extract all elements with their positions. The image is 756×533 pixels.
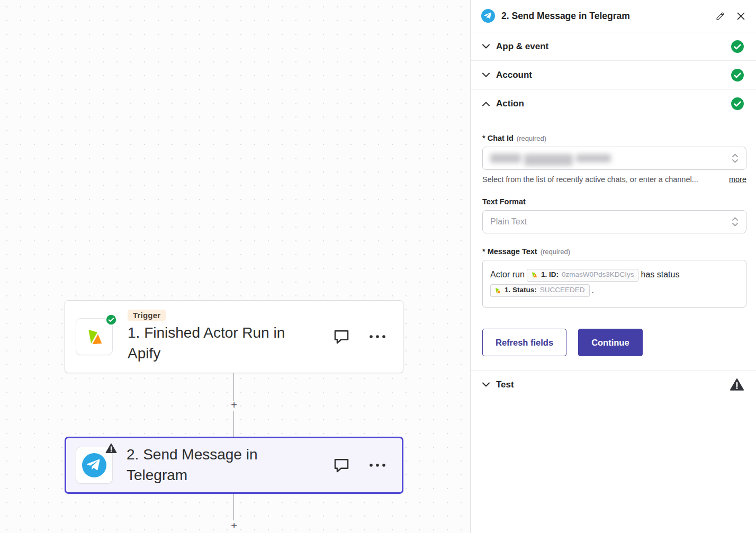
step2-title: 2. Send Message in Telegram	[127, 445, 309, 485]
apify-app-icon-box	[76, 318, 113, 355]
up-down-chevrons-icon	[732, 216, 739, 227]
connector-line	[233, 373, 234, 401]
connector-line	[233, 411, 234, 437]
comment-bubble-icon[interactable]	[333, 329, 350, 345]
chevron-down-icon	[482, 44, 490, 49]
section-test[interactable]: Test	[471, 370, 756, 399]
step-card-action-selected[interactable]: 2. Send Message in Telegram	[65, 437, 403, 494]
chat-id-select[interactable]	[482, 147, 746, 170]
message-text-segment: .	[592, 286, 594, 295]
apify-logo	[494, 287, 501, 294]
refresh-fields-button[interactable]: Refresh fields	[482, 329, 566, 356]
panel-title: 2. Send Message in Telegram	[501, 11, 630, 22]
success-check-badge	[105, 314, 117, 326]
success-check-icon	[731, 97, 744, 111]
trigger-badge: Trigger	[128, 310, 166, 321]
telegram-app-icon-box	[76, 447, 113, 484]
chevron-down-icon	[482, 382, 490, 387]
ellipsis-menu-icon[interactable]	[369, 335, 386, 339]
required-star: *	[482, 134, 485, 142]
chat-id-helper-text: Select from the list of recently active …	[482, 175, 698, 184]
redacted-value	[490, 151, 611, 166]
text-format-label-text: Text Format	[482, 197, 526, 206]
success-check-icon	[731, 68, 744, 82]
chat-id-label-text: Chat Id	[488, 134, 514, 142]
text-format-select[interactable]: Plain Text	[482, 210, 746, 233]
chat-id-label: *Chat Id(required)	[482, 134, 746, 142]
pill-label: 1. Status:	[505, 285, 537, 295]
section-label: Account	[496, 70, 532, 80]
section-label: Test	[496, 380, 514, 390]
field-pill-status[interactable]: 1. Status:SUCCEEDED	[490, 284, 590, 297]
section-label: Action	[496, 98, 524, 109]
message-text-label-text: Message Text	[488, 247, 537, 256]
section-account[interactable]: Account	[471, 61, 756, 89]
add-step-button[interactable]: +	[229, 400, 239, 410]
message-text-segment: Actor run	[490, 270, 525, 279]
step1-title: 1. Finished Actor Run in Apify	[128, 323, 310, 364]
section-app-event[interactable]: App & event	[471, 32, 756, 61]
continue-button[interactable]: Continue	[578, 329, 643, 356]
more-link[interactable]: more	[724, 175, 746, 184]
text-format-value: Plain Text	[490, 217, 527, 227]
message-text-segment: has status	[641, 270, 679, 279]
success-check-icon	[731, 40, 744, 53]
up-down-chevrons-icon	[732, 153, 739, 164]
pill-label: 1. ID:	[541, 270, 559, 280]
connector-line	[233, 494, 234, 520]
field-pill-id[interactable]: 1. ID:0zmasW0Pds3KDCIys	[527, 269, 639, 282]
telegram-logo	[82, 453, 106, 477]
warning-badge	[105, 442, 117, 454]
workflow-canvas[interactable]: + + Trigger 1. Finished Actor Run in Api…	[0, 0, 470, 533]
step-card-trigger[interactable]: Trigger 1. Finished Actor Run in Apify	[65, 300, 403, 373]
text-format-label: Text Format	[482, 197, 746, 206]
pill-value: 0zmasW0Pds3KDCIys	[562, 270, 634, 280]
apify-logo	[530, 271, 538, 278]
warning-triangle-icon	[730, 378, 744, 391]
ellipsis-menu-icon[interactable]	[369, 463, 386, 467]
message-text-label: *Message Text(required)	[482, 247, 746, 256]
pill-value: SUCCEEDED	[540, 285, 585, 295]
chevron-down-icon	[482, 73, 490, 77]
step-settings-panel: 2. Send Message in Telegram App & event	[470, 0, 756, 533]
chevron-up-icon	[482, 102, 490, 106]
action-form: *Chat Id(required) Select from the list …	[471, 118, 756, 356]
telegram-logo	[481, 9, 495, 23]
panel-header: 2. Send Message in Telegram	[471, 0, 756, 32]
required-note: (required)	[517, 134, 546, 142]
edit-pencil-icon[interactable]	[716, 12, 725, 21]
close-icon[interactable]	[736, 12, 745, 21]
section-label: App & event	[496, 41, 548, 52]
section-action[interactable]: Action	[471, 89, 756, 118]
required-star: *	[482, 247, 485, 256]
comment-bubble-icon[interactable]	[333, 457, 350, 473]
message-text-input[interactable]: Actor run1. ID:0zmasW0Pds3KDCIyshas stat…	[482, 260, 746, 308]
apify-logo	[84, 327, 104, 347]
add-step-button[interactable]: +	[229, 520, 239, 531]
required-note: (required)	[541, 248, 570, 256]
